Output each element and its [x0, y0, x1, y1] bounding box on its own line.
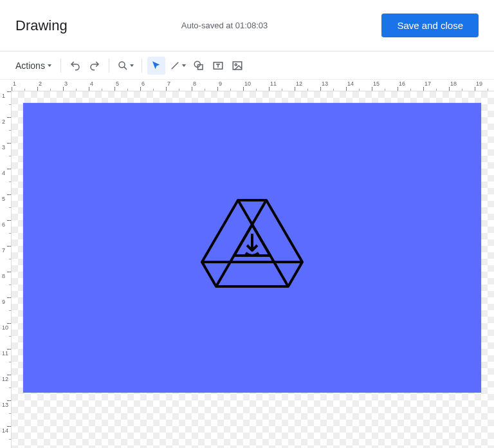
ruler-tick: 3 [0, 143, 11, 169]
ruler-tick: 4 [0, 169, 11, 194]
textbox-tool-button[interactable] [209, 57, 227, 75]
ruler-tick: 9 [217, 80, 243, 91]
zoom-button[interactable] [114, 57, 136, 75]
ruler-tick: 15 [372, 80, 398, 91]
ruler-tick: 11 [0, 349, 11, 375]
shape-tool-button[interactable] [190, 57, 208, 75]
svg-line-1 [124, 66, 127, 69]
horizontal-ruler: 12345678910111213141516171819 [12, 80, 494, 91]
image-icon [232, 60, 243, 71]
ruler-tick: 14 [0, 426, 11, 448]
dialog-title: Drawing [15, 17, 68, 34]
drive-logo-shape[interactable] [194, 195, 310, 301]
ruler-tick: 7 [166, 80, 192, 91]
cursor-icon [151, 60, 162, 71]
line-tool-button[interactable] [167, 57, 188, 75]
svg-rect-6 [233, 62, 242, 70]
ruler-tick: 8 [192, 80, 217, 91]
actions-menu-button[interactable]: Actions [12, 57, 55, 75]
ruler-tick: 10 [0, 323, 11, 349]
ruler-tick: 18 [449, 80, 475, 91]
ruler-tick: 3 [63, 80, 89, 91]
svg-line-2 [172, 62, 179, 69]
dialog-header: Drawing Auto-saved at 01:08:03 Save and … [0, 0, 494, 51]
svg-line-13 [274, 262, 288, 286]
workspace: 12345678910111213141516171819 1234567891… [0, 80, 494, 448]
ruler-tick: 2 [0, 117, 11, 143]
ruler-tick: 12 [295, 80, 320, 91]
svg-line-12 [216, 262, 230, 286]
caret-down-icon [130, 64, 134, 67]
canvas-transparent-background[interactable] [12, 91, 494, 448]
undo-button[interactable] [66, 57, 84, 75]
ruler-tick: 13 [320, 80, 346, 91]
ruler-tick: 9 [0, 297, 11, 323]
ruler-tick: 5 [0, 194, 11, 220]
image-tool-button[interactable] [228, 57, 246, 75]
ruler-tick: 7 [0, 246, 11, 272]
ruler-tick: 10 [243, 80, 269, 91]
ruler-tick: 4 [89, 80, 114, 91]
ruler-tick: 8 [0, 272, 11, 297]
svg-point-7 [235, 64, 237, 66]
ruler-tick: 6 [0, 220, 11, 246]
ruler-tick: 16 [398, 80, 423, 91]
separator [60, 59, 61, 73]
ruler-tick: 11 [269, 80, 295, 91]
toolbar: Actions [0, 51, 494, 80]
ruler-tick: 17 [423, 80, 449, 91]
ruler-tick: 6 [140, 80, 166, 91]
redo-button[interactable] [86, 57, 104, 75]
separator [109, 59, 109, 73]
caret-down-icon [48, 64, 51, 67]
zoom-icon [117, 60, 129, 71]
redo-icon [89, 60, 100, 71]
ruler-tick: 14 [346, 80, 372, 91]
ruler-tick: 13 [0, 400, 11, 426]
save-and-close-button[interactable]: Save and close [381, 14, 479, 37]
ruler-tick: 2 [37, 80, 63, 91]
separator [142, 59, 142, 73]
ruler-tick: 5 [114, 80, 140, 91]
vertical-ruler: 1234567891011121314 [0, 91, 12, 448]
actions-label: Actions [15, 61, 45, 71]
ruler-tick: 1 [0, 91, 11, 117]
ruler-tick: 1 [12, 80, 37, 91]
caret-down-icon [182, 64, 186, 67]
select-tool-button[interactable] [147, 57, 165, 75]
undo-icon [69, 60, 81, 71]
shape-icon [193, 60, 205, 71]
drive-download-icon [194, 195, 310, 298]
svg-point-0 [119, 62, 125, 68]
ruler-tick: 19 [475, 80, 494, 91]
autosave-status: Auto-saved at 01:08:03 [181, 21, 268, 30]
ruler-tick: 12 [0, 375, 11, 400]
textbox-icon [212, 60, 224, 71]
line-icon [169, 60, 181, 71]
drawing-canvas[interactable] [23, 103, 481, 393]
